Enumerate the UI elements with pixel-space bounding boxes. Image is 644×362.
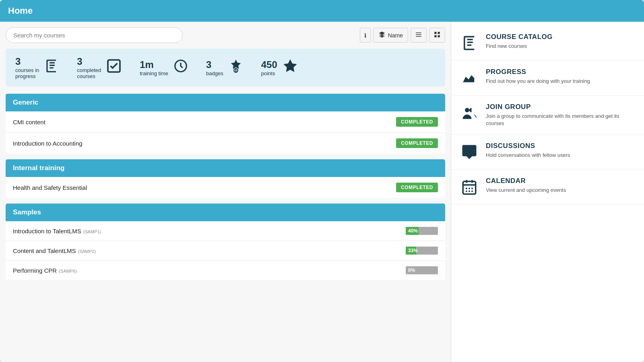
sidebar-discussions-desc: Hold conversations with fellow users [486, 152, 570, 159]
table-row[interactable]: Health and Safety EssentialCOMPLETED [6, 177, 445, 198]
svg-rect-18 [471, 188, 473, 189]
sidebar-item-discussions[interactable]: DISCUSSIONS Hold conversations with fell… [451, 135, 644, 170]
stat-label-completed: completedcourses [77, 67, 101, 79]
svg-rect-1 [416, 34, 421, 35]
sidebar-catalog-title: COURSE CATALOG [486, 33, 553, 41]
stat-number-time: 1m [140, 59, 168, 70]
svg-point-11 [465, 108, 469, 112]
join-group-icon [459, 103, 479, 123]
svg-rect-19 [466, 191, 467, 192]
star-icon [282, 58, 298, 77]
stat-training-time: 1m training time [140, 58, 198, 77]
sidebar-joingroup-desc: Join a group to communicate with its mem… [486, 113, 636, 127]
stat-number-courses: 3 [15, 56, 39, 67]
svg-rect-16 [466, 188, 467, 189]
stat-courses-in-progress: 3 courses inprogress [15, 56, 69, 79]
info-icon: ℹ [364, 32, 366, 39]
svg-rect-5 [434, 35, 436, 37]
section-header: Generic [6, 94, 445, 111]
svg-rect-20 [469, 191, 470, 192]
stat-label-courses: courses inprogress [15, 67, 39, 79]
sidebar-item-progress[interactable]: PROGRESS Find out how you are doing with… [451, 61, 644, 96]
course-name: Content and TalentLMS(SAMP2) [13, 247, 96, 254]
table-row[interactable]: Introduction to AccountingCOMPLETED [6, 133, 445, 154]
right-sidebar: COURSE CATALOG Find new courses PROGRESS… [451, 22, 644, 362]
course-code: (SAMP2) [78, 249, 96, 254]
table-row[interactable]: Content and TalentLMS(SAMP2)33% [6, 241, 445, 261]
sidebar-catalog-desc: Find new courses [486, 43, 553, 50]
course-name: Performing CPR(SAMP6) [13, 267, 77, 274]
stat-label-points: points [261, 70, 277, 76]
progress-bar: 40% [406, 227, 438, 235]
section-header: Internal training [6, 159, 445, 177]
stat-number-points: 450 [261, 59, 277, 70]
svg-rect-6 [438, 35, 440, 37]
list-icon [415, 31, 422, 39]
section-generic: GenericCMI contentCOMPLETEDIntroduction … [6, 94, 445, 154]
sidebar-calendar-desc: View current and upcoming events [486, 187, 566, 194]
calendar-icon [459, 177, 479, 197]
search-row: ℹ Name [6, 27, 445, 43]
progress-label: 0% [406, 266, 438, 274]
content-pane: ℹ Name [0, 22, 451, 362]
app-header: Home [0, 0, 644, 22]
section-header: Samples [6, 204, 445, 221]
discussions-icon [459, 142, 479, 162]
grid-view-button[interactable] [429, 28, 445, 43]
course-name: Health and Safety Essential [13, 184, 87, 191]
layers-icon [378, 31, 386, 39]
table-row[interactable]: Introduction to TalentLMS(SAMP1)40% [6, 221, 445, 241]
status-badge: COMPLETED [396, 138, 438, 148]
sidebar-item-join-group[interactable]: JOIN GROUP Join a group to communicate w… [451, 96, 644, 135]
name-sort-button[interactable]: Name [373, 28, 408, 43]
svg-rect-3 [434, 32, 436, 34]
stat-number-completed: 3 [77, 56, 101, 67]
sidebar-discussions-title: DISCUSSIONS [486, 142, 570, 150]
sidebar-item-calendar[interactable]: CALENDAR View current and upcoming event… [451, 170, 644, 205]
progress-label: 33% [406, 247, 438, 255]
svg-rect-4 [438, 32, 440, 34]
clock-icon [173, 58, 188, 77]
course-name: CMI content [13, 119, 45, 125]
sidebar-calendar-title: CALENDAR [486, 177, 566, 185]
info-button[interactable]: ℹ [360, 28, 371, 43]
section-internal-training: Internal trainingHealth and Safety Essen… [6, 159, 445, 198]
status-badge: COMPLETED [396, 117, 438, 127]
stat-label-time: training time [140, 70, 168, 76]
name-label: Name [388, 32, 403, 39]
stats-bar: 3 courses inprogress 3 completedcourses [6, 49, 445, 86]
course-catalog-icon [459, 33, 479, 53]
status-badge: COMPLETED [396, 183, 438, 192]
page-title: Home [8, 6, 33, 16]
stat-label-badges: badges [206, 70, 223, 76]
stat-number-badges: 3 [206, 59, 223, 70]
list-view-button[interactable] [411, 28, 427, 43]
search-input[interactable] [6, 27, 183, 43]
progress-bar: 33% [406, 247, 438, 255]
table-row[interactable]: Performing CPR(SAMP6)0% [6, 261, 445, 280]
svg-rect-17 [469, 188, 470, 189]
progress-label: 40% [406, 227, 438, 235]
course-code: (SAMP1) [83, 229, 101, 234]
progress-bar: 0% [406, 266, 438, 274]
checkmark-icon [106, 58, 122, 77]
progress-icon [459, 68, 479, 88]
svg-rect-21 [471, 191, 473, 192]
grid-icon [433, 31, 441, 39]
stat-completed-courses: 3 completedcourses [77, 56, 132, 79]
svg-rect-0 [416, 33, 421, 33]
course-name: Introduction to Accounting [13, 140, 83, 147]
main-area: ℹ Name [0, 22, 644, 362]
svg-rect-2 [416, 36, 421, 37]
stat-badges: 3 badges [206, 58, 253, 77]
table-row[interactable]: CMI contentCOMPLETED [6, 111, 445, 133]
badge-icon [228, 58, 244, 77]
sidebar-progress-title: PROGRESS [486, 68, 590, 76]
stat-points: 450 points [261, 58, 308, 77]
section-samples: SamplesIntroduction to TalentLMS(SAMP1)4… [6, 204, 445, 280]
sidebar-joingroup-title: JOIN GROUP [486, 103, 636, 111]
toolbar-buttons: ℹ Name [360, 28, 445, 43]
sections-container: GenericCMI contentCOMPLETEDIntroduction … [6, 94, 445, 286]
sidebar-item-course-catalog[interactable]: COURSE CATALOG Find new courses [451, 26, 644, 61]
course-name: Introduction to TalentLMS(SAMP1) [13, 228, 101, 234]
